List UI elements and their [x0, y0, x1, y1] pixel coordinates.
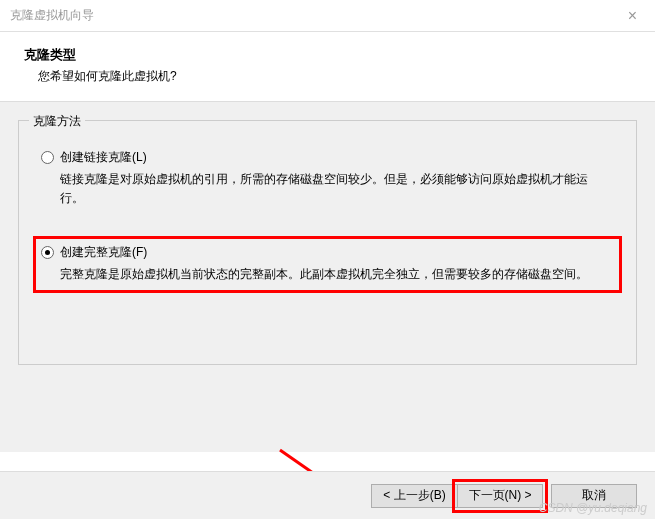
- page-subtitle: 您希望如何克隆此虚拟机?: [24, 68, 631, 85]
- radio-row-full[interactable]: 创建完整克隆(F): [41, 244, 614, 261]
- radio-label-full[interactable]: 创建完整克隆(F): [60, 244, 147, 261]
- option-full-clone: 创建完整克隆(F) 完整克隆是原始虚拟机当前状态的完整副本。此副本虚拟机完全独立…: [33, 236, 622, 292]
- radio-linked-clone[interactable]: [41, 151, 54, 164]
- button-bar: < 上一步(B) 下一页(N) > 取消: [0, 471, 655, 519]
- radio-full-clone[interactable]: [41, 246, 54, 259]
- close-icon[interactable]: ×: [622, 5, 643, 27]
- clone-method-fieldset: 克隆方法 创建链接克隆(L) 链接克隆是对原始虚拟机的引用，所需的存储磁盘空间较…: [18, 120, 637, 365]
- option-desc-linked: 链接克隆是对原始虚拟机的引用，所需的存储磁盘空间较少。但是，必须能够访问原始虚拟…: [41, 170, 601, 208]
- window-title: 克隆虚拟机向导: [10, 7, 94, 24]
- page-title: 克隆类型: [24, 46, 631, 64]
- fieldset-legend: 克隆方法: [29, 113, 85, 130]
- option-linked-clone: 创建链接克隆(L) 链接克隆是对原始虚拟机的引用，所需的存储磁盘空间较少。但是，…: [33, 141, 622, 216]
- radio-row-linked[interactable]: 创建链接克隆(L): [41, 149, 614, 166]
- radio-label-linked[interactable]: 创建链接克隆(L): [60, 149, 147, 166]
- wizard-header: 克隆类型 您希望如何克隆此虚拟机?: [0, 32, 655, 102]
- nav-button-group: < 上一步(B) 下一页(N) >: [371, 484, 543, 508]
- option-desc-full: 完整克隆是原始虚拟机当前状态的完整副本。此副本虚拟机完全独立，但需要较多的存储磁…: [41, 265, 601, 284]
- next-button[interactable]: 下一页(N) >: [457, 484, 543, 508]
- titlebar: 克隆虚拟机向导 ×: [0, 0, 655, 32]
- cancel-button[interactable]: 取消: [551, 484, 637, 508]
- wizard-content: 克隆方法 创建链接克隆(L) 链接克隆是对原始虚拟机的引用，所需的存储磁盘空间较…: [0, 102, 655, 452]
- back-button[interactable]: < 上一步(B): [371, 484, 457, 508]
